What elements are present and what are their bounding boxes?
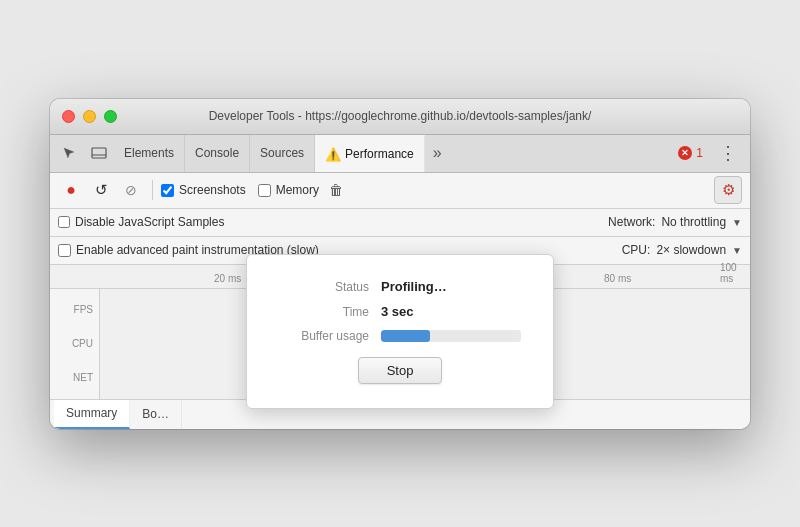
memory-checkbox[interactable] — [258, 184, 271, 197]
toolbar: ● ↺ ⊘ Screenshots Memory 🗑 ⚙ — [50, 173, 750, 209]
gear-icon: ⚙ — [722, 181, 735, 199]
stop-row: Stop — [279, 357, 521, 384]
profiling-modal: Status Profiling… Time 3 sec Buffer usag… — [246, 254, 554, 409]
tab-more[interactable]: » — [425, 135, 450, 172]
settings-button[interactable]: ⚙ — [714, 176, 742, 204]
buffer-bar-fill — [381, 330, 430, 342]
time-row: Time 3 sec — [279, 304, 521, 319]
status-value: Profiling… — [381, 279, 447, 294]
record-button[interactable]: ● — [58, 177, 84, 203]
time-value: 3 sec — [381, 304, 414, 319]
advanced-paint-checkbox[interactable] — [58, 244, 71, 257]
ruler-mark-20: 20 ms — [214, 273, 241, 284]
titlebar: Developer Tools - https://googlechrome.g… — [50, 99, 750, 135]
trash-button[interactable]: 🗑 — [323, 177, 349, 203]
kebab-menu-button[interactable]: ⋮ — [711, 135, 746, 172]
content-area: 20 ms 40 ms 60 ms 80 ms 100 ms FPS CPU N… — [50, 265, 750, 399]
clear-button[interactable]: ⊘ — [118, 177, 144, 203]
status-label: Status — [279, 280, 369, 294]
warning-icon: ⚠️ — [325, 147, 341, 162]
tabbar: Elements Console Sources ⚠️ Performance … — [50, 135, 750, 173]
status-row: Status Profiling… — [279, 279, 521, 294]
dock-icon-btn[interactable] — [84, 135, 114, 172]
disable-js-samples-checkbox[interactable] — [58, 216, 70, 228]
network-value: No throttling — [661, 215, 726, 229]
buffer-bar — [381, 330, 521, 342]
tab-elements[interactable]: Elements — [114, 135, 185, 172]
network-option: Network: No throttling ▼ — [608, 215, 742, 229]
cursor-icon-btn[interactable] — [54, 135, 84, 172]
error-badge: ✕ 1 — [670, 135, 711, 172]
screenshots-checkbox[interactable] — [161, 184, 174, 197]
cpu-option: CPU: 2× slowdown ▼ — [622, 243, 742, 257]
cpu-value: 2× slowdown — [656, 243, 726, 257]
chart-label-cpu: CPU — [56, 338, 93, 349]
buffer-row: Buffer usage — [279, 329, 521, 343]
minimize-button[interactable] — [83, 110, 96, 123]
disable-js-samples-label[interactable]: Disable JavaScript Samples — [58, 215, 224, 229]
buffer-label: Buffer usage — [279, 329, 369, 343]
options-row-1: Disable JavaScript Samples Network: No t… — [50, 209, 750, 237]
trash-icon: 🗑 — [329, 182, 343, 198]
traffic-lights — [62, 110, 117, 123]
time-label: Time — [279, 305, 369, 319]
devtools-window: Developer Tools - https://googlechrome.g… — [50, 99, 750, 429]
maximize-button[interactable] — [104, 110, 117, 123]
error-count: 1 — [696, 146, 703, 160]
screenshots-checkbox-label[interactable]: Screenshots — [161, 183, 246, 197]
error-x-icon: ✕ — [678, 146, 692, 160]
chart-label-net: NET — [56, 372, 93, 383]
ruler-mark-100: 100 ms — [720, 262, 750, 284]
chart-labels: FPS CPU NET — [50, 289, 100, 399]
memory-checkbox-label[interactable]: Memory — [258, 183, 319, 197]
tab-bottom-up[interactable]: Bo… — [130, 400, 182, 429]
divider — [152, 180, 153, 200]
network-dropdown-arrow[interactable]: ▼ — [732, 217, 742, 228]
stop-button[interactable]: Stop — [358, 357, 443, 384]
tab-console[interactable]: Console — [185, 135, 250, 172]
tab-sources[interactable]: Sources — [250, 135, 315, 172]
close-button[interactable] — [62, 110, 75, 123]
stop-icon: ⊘ — [125, 182, 137, 198]
ruler-mark-80: 80 ms — [604, 273, 631, 284]
cpu-label: CPU: — [622, 243, 651, 257]
record-icon: ● — [66, 181, 76, 199]
tab-performance[interactable]: ⚠️ Performance — [315, 135, 425, 172]
svg-rect-0 — [92, 148, 106, 158]
refresh-button[interactable]: ↺ — [88, 177, 114, 203]
tab-summary[interactable]: Summary — [54, 400, 130, 429]
cpu-dropdown-arrow[interactable]: ▼ — [732, 245, 742, 256]
chart-label-fps: FPS — [56, 304, 93, 315]
window-title: Developer Tools - https://googlechrome.g… — [209, 109, 592, 123]
refresh-icon: ↺ — [95, 181, 108, 199]
network-label: Network: — [608, 215, 655, 229]
